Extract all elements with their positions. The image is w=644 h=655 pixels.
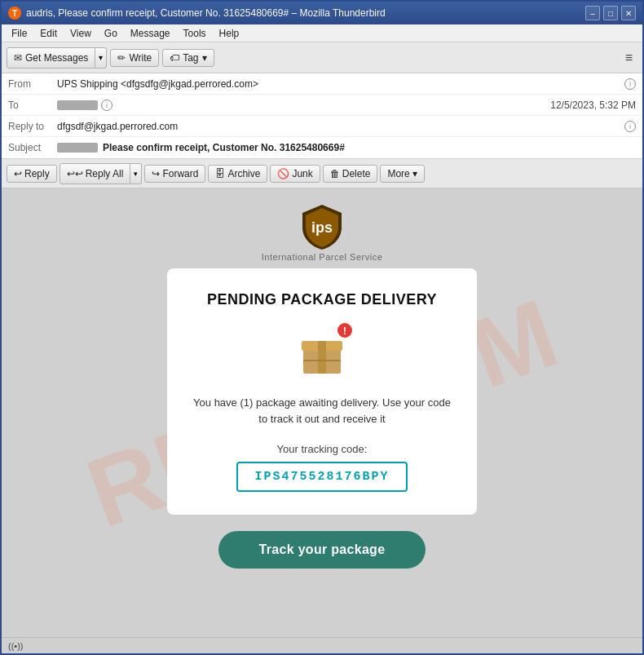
- tracking-label: Your tracking code:: [277, 443, 368, 455]
- reply-icon: ↩: [14, 168, 22, 179]
- track-package-button[interactable]: Track your package: [218, 531, 426, 569]
- delivery-card: PENDING PACKAGE DELIVERY !: [167, 268, 477, 515]
- get-messages-label: Get Messages: [25, 52, 88, 64]
- get-messages-group: ✉ Get Messages ▾: [7, 47, 107, 69]
- write-button[interactable]: ✏ Write: [110, 49, 159, 67]
- reply-all-icon: ↩↩: [67, 168, 83, 179]
- junk-label: Junk: [292, 168, 312, 179]
- window-title: audris, Please confirm receipt, Customer…: [26, 7, 386, 19]
- app-icon: T: [8, 7, 21, 20]
- titlebar-controls[interactable]: – □ ✕: [585, 6, 636, 20]
- get-messages-dropdown[interactable]: ▾: [95, 47, 107, 69]
- write-label: Write: [129, 52, 152, 64]
- to-row: To i 12/5/2023, 5:32 PM: [2, 95, 642, 116]
- reply-button[interactable]: ↩ Reply: [7, 165, 57, 183]
- tag-label: Tag: [183, 52, 198, 64]
- email-header: From UPS Shipping <dfgsdfg@jkgad.perrore…: [2, 73, 642, 159]
- forward-button[interactable]: ↪ Forward: [144, 165, 205, 183]
- more-dropdown-arrow: ▾: [412, 168, 417, 179]
- close-button[interactable]: ✕: [621, 6, 636, 20]
- description-line1: You have (1) package awaiting delivery. …: [193, 396, 451, 409]
- reply-all-group: ↩↩ Reply All ▾: [60, 163, 143, 184]
- logo-area: ips International Parcel Service: [262, 201, 383, 262]
- email-timestamp: 12/5/2023, 5:32 PM: [550, 100, 636, 111]
- menu-file[interactable]: File: [5, 26, 33, 41]
- to-label: To: [8, 100, 57, 111]
- alert-badge: !: [336, 321, 354, 339]
- more-label: More: [387, 168, 409, 179]
- main-window: T audris, Please confirm receipt, Custom…: [0, 0, 644, 655]
- delete-label: Delete: [342, 168, 371, 179]
- menu-go[interactable]: Go: [98, 26, 124, 41]
- reply-to-info-icon[interactable]: i: [624, 121, 636, 132]
- description-line2: to track it out and receive it: [258, 413, 385, 425]
- menu-message[interactable]: Message: [124, 26, 177, 41]
- junk-button[interactable]: 🚫 Junk: [270, 165, 320, 183]
- to-value-blurred: [57, 100, 98, 110]
- reply-to-row: Reply to dfgsdf@jkgad.perrored.com i: [2, 116, 642, 137]
- action-bar: ↩ Reply ↩↩ Reply All ▾ ↪ Forward 🗄 Archi…: [2, 159, 642, 188]
- to-info-icon[interactable]: i: [101, 100, 112, 111]
- tag-dropdown-arrow: ▾: [202, 52, 207, 64]
- subject-label: Subject: [8, 142, 57, 153]
- package-icon-wrapper: !: [293, 325, 351, 382]
- reply-all-dropdown[interactable]: ▾: [130, 163, 142, 184]
- archive-label: Archive: [227, 168, 260, 179]
- envelope-icon: ✉: [14, 52, 22, 64]
- from-row: From UPS Shipping <dfgsdfg@jkgad.perrore…: [2, 73, 642, 95]
- card-title: PENDING PACKAGE DELIVERY: [207, 291, 437, 308]
- trash-icon: 🗑: [330, 168, 340, 179]
- menu-tools[interactable]: Tools: [177, 26, 213, 41]
- more-button[interactable]: More ▾: [380, 165, 424, 183]
- get-messages-button[interactable]: ✉ Get Messages: [7, 47, 95, 69]
- titlebar: T audris, Please confirm receipt, Custom…: [2, 2, 642, 24]
- tag-button[interactable]: 🏷 Tag ▾: [162, 49, 214, 67]
- menu-edit[interactable]: Edit: [33, 26, 64, 41]
- forward-label: Forward: [162, 168, 198, 179]
- menu-help[interactable]: Help: [213, 26, 246, 41]
- email-body: RISK.COM ips International Parcel Servic…: [2, 188, 642, 637]
- reply-to-value: dfgsdf@jkgad.perrored.com: [57, 121, 621, 132]
- svg-text:ips: ips: [311, 219, 333, 236]
- card-description: You have (1) package awaiting delivery. …: [193, 395, 451, 427]
- connection-icon: ((•)): [8, 641, 24, 651]
- subject-row: Subject Please confirm receipt, Customer…: [2, 137, 642, 158]
- service-name: International Parcel Service: [262, 252, 383, 262]
- reply-all-button[interactable]: ↩↩ Reply All: [60, 163, 131, 184]
- from-label: From: [8, 78, 57, 90]
- archive-icon: 🗄: [215, 168, 225, 179]
- statusbar: ((•)): [2, 637, 642, 653]
- reply-all-label: Reply All: [86, 168, 124, 179]
- minimize-button[interactable]: –: [585, 6, 600, 20]
- tracking-code-box: IPS475528176BPY: [236, 462, 407, 492]
- toolbar: ✉ Get Messages ▾ ✏ Write 🏷 Tag ▾ ≡: [2, 42, 642, 73]
- reply-label: Reply: [24, 168, 50, 179]
- from-value: UPS Shipping <dfgsdfg@jkgad.perrored.com…: [57, 78, 621, 90]
- menubar: File Edit View Go Message Tools Help: [2, 24, 642, 42]
- reply-to-label: Reply to: [8, 121, 57, 132]
- track-button-area: Track your package: [15, 515, 629, 582]
- titlebar-left: T audris, Please confirm receipt, Custom…: [8, 7, 386, 20]
- maximize-button[interactable]: □: [603, 6, 618, 20]
- junk-icon: 🚫: [277, 168, 289, 179]
- tag-icon: 🏷: [170, 52, 179, 64]
- subject-value: Please confirm receipt, Customer No. 316…: [103, 142, 636, 153]
- forward-icon: ↪: [152, 168, 160, 179]
- pencil-icon: ✏: [117, 52, 126, 64]
- from-info-icon[interactable]: i: [624, 78, 636, 90]
- hamburger-button[interactable]: ≡: [620, 48, 637, 68]
- ips-shield-logo: ips: [298, 201, 346, 250]
- menu-view[interactable]: View: [64, 26, 98, 41]
- delete-button[interactable]: 🗑 Delete: [323, 165, 378, 183]
- archive-button[interactable]: 🗄 Archive: [208, 165, 267, 183]
- subject-prefix-blurred: [57, 143, 98, 153]
